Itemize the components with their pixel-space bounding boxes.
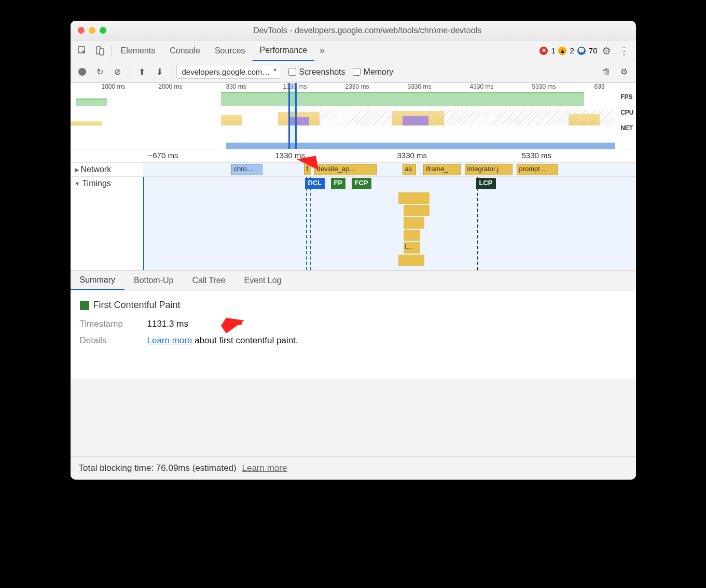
net-item[interactable]: prompt .. [517,164,558,175]
dcl-badge[interactable]: DCL [305,178,325,189]
lcp-line [477,177,478,270]
upload-button[interactable]: ⬆ [134,64,150,80]
longtask-bar[interactable] [404,205,430,216]
tab-bottomup[interactable]: Bottom-Up [124,271,183,290]
message-count: 70 [589,46,598,55]
separator [172,66,172,78]
timings-label[interactable]: ▼Timings [71,177,143,270]
dcl-line [306,177,307,270]
net-item[interactable]: chro… [231,164,262,175]
summary-panel: First Contentful Paint Timestamp 1131.3 … [71,290,636,379]
recording-select[interactable]: developers.google.com… [176,65,281,79]
tab-console[interactable]: Console [162,40,207,61]
network-body[interactable]: chro… f devsite_ap… as iframe_ integrato… [143,163,636,176]
separator [130,66,130,78]
devtools-tabs: Elements Console Sources Performance » ✕… [71,40,636,61]
net-item[interactable]: as [403,164,416,175]
net-track [226,143,615,149]
blocking-time-text: Total blocking time: 76.09ms (estimated) [79,463,237,473]
window-title: DevTools - developers.google.com/web/too… [106,26,629,35]
svg-rect-2 [100,49,104,55]
memory-checkbox[interactable]: Memory [353,67,394,77]
details-tabs: Summary Bottom-Up Call Tree Event Log [71,271,636,290]
clear-button[interactable]: ⊘ [110,64,126,80]
tab-performance[interactable]: Performance [253,40,315,61]
perf-toolbar: ↻ ⊘ ⬆ ⬇ developers.google.com… Screensho… [71,61,636,83]
devtools-window: DevTools - developers.google.com/web/too… [71,21,636,480]
download-button[interactable]: ⬇ [152,64,168,80]
titlebar: DevTools - developers.google.com/web/too… [71,21,636,40]
tab-sources[interactable]: Sources [207,40,253,61]
net-item[interactable]: devsite_ap… [314,164,377,175]
overview-timeline[interactable]: 1000 ms 2000 ms 330 ms 1330 ms 2330 ms 3… [71,83,636,149]
error-icon[interactable]: ✕ [539,47,548,55]
warning-count: 2 [570,46,574,55]
reload-button[interactable]: ↻ [92,64,108,80]
longtask-bar[interactable] [404,230,420,241]
zoom-button[interactable] [100,27,106,34]
learn-more-link[interactable]: Learn more [147,335,192,345]
net-item[interactable]: integrator.j [465,164,513,175]
close-button[interactable] [78,27,85,34]
network-label[interactable]: ▶Network [71,163,143,176]
timings-body[interactable]: DCL FP FCP LCP l… [143,177,636,270]
cpu-track [71,110,615,125]
timestamp-row: Timestamp 1131.3 ms [80,319,627,329]
details-row: Details Learn more about first contentfu… [80,335,627,346]
tab-calltree[interactable]: Call Tree [183,271,234,290]
event-title: First Contentful Paint [80,300,627,311]
tab-elements[interactable]: Elements [114,40,163,61]
timestamp-value: 1131.3 ms [147,319,188,329]
annotation-arrow-icon [213,315,244,338]
fp-line [310,177,311,270]
tab-summary[interactable]: Summary [71,271,124,290]
fcp-badge[interactable]: FCP [352,178,371,189]
device-icon[interactable] [91,42,109,60]
trash-icon[interactable]: 🗑 [599,64,614,80]
status-area: ✕1 ▲2 💬70 [539,46,597,55]
footer-learn-more-link[interactable]: Learn more [242,463,287,473]
lcp-badge[interactable]: LCP [476,178,496,189]
fp-badge[interactable]: FP [331,178,346,189]
inspect-icon[interactable] [74,42,91,60]
timings-track: ▼Timings DCL FP FCP LCP l… [71,177,636,271]
record-button[interactable] [75,64,90,80]
timeline-panel: −670 ms 1330 ms 3330 ms 5330 ms ▶Network… [71,149,636,271]
longtask-bar[interactable]: l… [404,242,420,254]
separator [111,45,112,57]
capture-settings-icon[interactable]: ⚙ [616,64,632,80]
longtask-bar[interactable] [398,255,424,266]
traffic-lights [78,27,106,34]
footer-bar: Total blocking time: 76.09ms (estimated)… [71,456,636,480]
tab-eventlog[interactable]: Event Log [234,271,290,290]
warning-icon[interactable]: ▲ [558,47,566,55]
longtask-bar[interactable] [404,217,424,229]
message-icon[interactable]: 💬 [577,47,586,55]
timeline-ruler[interactable]: −670 ms 1330 ms 3330 ms 5330 ms [71,149,636,163]
error-count: 1 [551,46,555,55]
settings-icon[interactable]: ⚙ [598,45,615,57]
more-tabs[interactable]: » [314,45,330,56]
kebab-icon[interactable]: ⋮ [615,45,633,57]
event-color-swatch [80,301,89,310]
fps-track [71,92,615,108]
overview-labels: FPS CPU NET [620,93,633,132]
minimize-button[interactable] [89,27,95,34]
selection-handles[interactable] [288,83,297,149]
empty-area [71,379,636,456]
screenshots-checkbox[interactable]: Screenshots [288,67,345,77]
overview-ticks: 1000 ms 2000 ms 330 ms 1330 ms 2330 ms 3… [71,83,636,92]
network-track: ▶Network chro… f devsite_ap… as iframe_ … [71,163,636,177]
longtask-bar[interactable] [398,192,430,204]
net-item[interactable]: iframe_ [423,164,461,175]
